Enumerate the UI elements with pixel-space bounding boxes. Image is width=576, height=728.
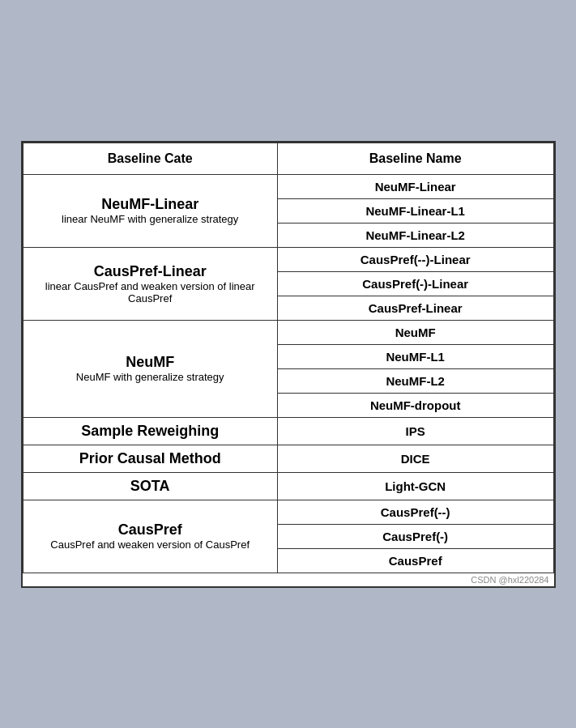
baseline-name-cell: DICE	[277, 445, 553, 472]
baseline-name-cell: CausPref(--)	[277, 500, 553, 524]
category-main-label: Prior Causal Method	[32, 450, 269, 467]
baseline-name-cell: CausPref-Linear	[277, 296, 553, 320]
category-main-label: CausPref-Linear	[32, 263, 269, 280]
category-cell: CausPrefCausPref and weaken version of C…	[23, 500, 277, 573]
table-row: NeuMFNeuMF with generalize strategyNeuMF	[23, 320, 553, 344]
table-row: CausPref-Linearlinear CausPref and weake…	[23, 247, 553, 271]
category-sub-label: linear CausPref and weaken version of li…	[32, 280, 269, 304]
category-sub-label: linear NeuMF with generalize strategy	[32, 213, 269, 225]
baseline-name-cell: CausPref	[277, 548, 553, 573]
baseline-name-cell: CausPref(-)	[277, 524, 553, 548]
table-row: Sample ReweighingIPS	[23, 417, 553, 445]
table-row: SOTALight-GCN	[23, 472, 553, 500]
category-cell: SOTA	[23, 472, 277, 500]
watermark: CSDN @hxl220284	[23, 573, 554, 586]
category-sub-label: CausPref and weaken version of CausPref	[32, 539, 269, 551]
category-cell: NeuMFNeuMF with generalize strategy	[23, 320, 277, 417]
baseline-name-cell: Light-GCN	[277, 472, 553, 500]
baseline-name-cell: CausPref(-)-Linear	[277, 271, 553, 296]
category-main-label: SOTA	[32, 478, 269, 495]
col-header-name: Baseline Name	[277, 143, 553, 174]
baseline-table: Baseline Cate Baseline Name NeuMF-Linear…	[23, 143, 554, 573]
category-cell: Prior Causal Method	[23, 445, 277, 472]
category-cell: CausPref-Linearlinear CausPref and weake…	[23, 247, 277, 320]
category-cell: NeuMF-Linearlinear NeuMF with generalize…	[23, 174, 277, 247]
table-row: NeuMF-Linearlinear NeuMF with generalize…	[23, 174, 553, 198]
col-header-cate: Baseline Cate	[23, 143, 277, 174]
category-main-label: Sample Reweighing	[32, 423, 269, 440]
category-main-label: NeuMF-Linear	[32, 196, 269, 213]
category-sub-label: NeuMF with generalize strategy	[32, 371, 269, 383]
baseline-name-cell: NeuMF-Linear	[277, 174, 553, 198]
baseline-name-cell: NeuMF-L2	[277, 368, 553, 393]
table-row: CausPrefCausPref and weaken version of C…	[23, 500, 553, 524]
category-cell: Sample Reweighing	[23, 417, 277, 445]
baseline-name-cell: NeuMF-Linear-L1	[277, 198, 553, 223]
baseline-name-cell: IPS	[277, 417, 553, 445]
category-main-label: CausPref	[32, 522, 269, 539]
baseline-name-cell: NeuMF-Linear-L2	[277, 223, 553, 247]
category-main-label: NeuMF	[32, 354, 269, 371]
table-container: Baseline Cate Baseline Name NeuMF-Linear…	[21, 141, 556, 588]
baseline-name-cell: NeuMF-dropout	[277, 393, 553, 417]
baseline-name-cell: NeuMF-L1	[277, 344, 553, 368]
baseline-name-cell: CausPref(--)-Linear	[277, 247, 553, 271]
table-row: Prior Causal MethodDICE	[23, 445, 553, 472]
baseline-name-cell: NeuMF	[277, 320, 553, 344]
